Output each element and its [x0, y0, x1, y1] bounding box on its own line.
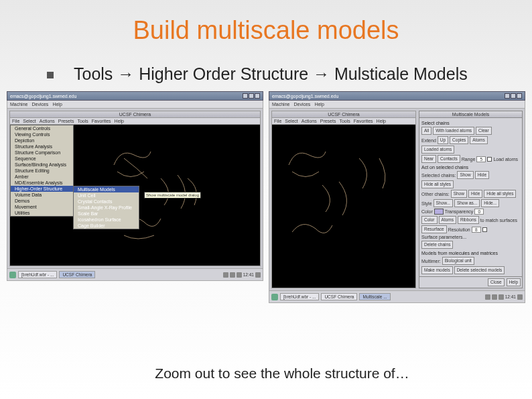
delete-chains-button[interactable]: Delete chains — [421, 241, 453, 249]
tray-icon[interactable] — [492, 294, 497, 300]
close-icon[interactable] — [255, 93, 260, 99]
tools-item[interactable]: MD/Ensemble Analysis — [11, 180, 73, 186]
vm-menu-help[interactable]: Help — [52, 102, 62, 107]
menu-help[interactable]: Help — [115, 119, 124, 123]
menu-presets[interactable]: Presets — [58, 119, 74, 123]
all-button[interactable]: All — [421, 127, 431, 135]
transparency-input[interactable]: 0 — [474, 209, 484, 215]
vm-menu-help[interactable]: Help — [314, 102, 324, 107]
color-button[interactable]: Color — [421, 216, 438, 224]
taskbar-item[interactable]: UCSF Chimera — [321, 293, 357, 300]
tray-icon[interactable] — [237, 272, 242, 278]
other-hide-button[interactable]: Hide — [468, 190, 482, 198]
submenu-item[interactable]: Small-Angle X-Ray Profile — [74, 205, 139, 211]
submenu-item[interactable]: Icosahedron Surface — [74, 217, 139, 223]
maximize-icon[interactable] — [511, 93, 516, 99]
taskbar-item[interactable]: [brehUdf.wbr - ... — [280, 293, 319, 300]
make-models-button[interactable]: Make models — [421, 266, 453, 274]
tools-item[interactable]: Demos — [11, 198, 73, 204]
close-icon[interactable] — [517, 93, 522, 99]
taskbar-item[interactable]: [brehUdf.wbr - ... — [18, 271, 57, 278]
tools-item-higher-order[interactable]: Higher-Order Structure Multiscale Models… — [11, 186, 73, 192]
ribbons-button[interactable]: Ribbons — [458, 216, 479, 224]
help-button[interactable]: Help — [507, 278, 521, 286]
tools-item[interactable]: Amber — [11, 174, 73, 180]
resurface-button[interactable]: Resurface — [421, 225, 447, 233]
menu-tools[interactable]: Tools — [77, 119, 88, 123]
menu-file[interactable]: File — [12, 119, 19, 123]
tools-item[interactable]: Depiction — [11, 137, 73, 144]
chimera-viewport[interactable] — [272, 125, 415, 288]
with-loaded-button[interactable]: With loaded atoms — [433, 127, 474, 135]
close-button[interactable]: Close — [488, 278, 505, 286]
taskbar-item[interactable]: Multiscale ... — [359, 293, 390, 300]
hide-all-styles-button[interactable]: Hide all styles — [421, 180, 454, 188]
style-show-as-button[interactable]: Show as... — [454, 199, 480, 207]
tools-item[interactable]: Utilities — [11, 210, 73, 216]
copies-button[interactable]: Copies — [450, 136, 468, 144]
menu-presets[interactable]: Presets — [320, 119, 336, 123]
other-hide-all-button[interactable]: Hide all styles — [484, 190, 516, 198]
tray-icon[interactable] — [230, 272, 235, 278]
menu-help[interactable]: Help — [377, 119, 386, 123]
menu-favorites[interactable]: Favorites — [92, 119, 111, 123]
style-hide-button[interactable]: Hide... — [481, 199, 499, 207]
tools-item[interactable]: Structure Analysis — [11, 144, 73, 150]
submenu-item[interactable]: Cage Builder — [74, 223, 139, 229]
range-input[interactable]: 5 — [476, 156, 486, 162]
load-atoms-checkbox[interactable] — [487, 157, 492, 162]
submenu-item[interactable]: Scale Bar — [74, 211, 139, 217]
vm-menu-devices[interactable]: Devices — [293, 102, 310, 107]
style-show-button[interactable]: Show... — [434, 199, 453, 207]
start-icon[interactable] — [271, 294, 278, 300]
submenu-item[interactable]: Crystal Contacts — [74, 198, 139, 205]
hide-button[interactable]: Hide — [475, 171, 489, 179]
clear-button[interactable]: Clear — [476, 127, 492, 135]
tray-icon[interactable] — [223, 272, 228, 278]
minimize-icon[interactable] — [505, 93, 510, 99]
color-swatch[interactable] — [434, 209, 444, 215]
resolution-input[interactable]: 8 — [472, 227, 481, 233]
other-show-button[interactable]: Show — [451, 190, 467, 198]
menu-favorites[interactable]: Favorites — [354, 119, 373, 123]
tools-item[interactable]: Surface/Binding Analysis — [11, 162, 73, 168]
tools-item[interactable]: Movement — [11, 204, 73, 210]
chimera-viewport[interactable]: General Controls Viewing Controls Depict… — [10, 125, 260, 266]
menu-actions[interactable]: Actions — [40, 119, 55, 123]
vm-menu-machine[interactable]: Machine — [10, 102, 27, 107]
maximize-icon[interactable] — [249, 93, 254, 99]
tools-item[interactable]: General Controls — [11, 125, 73, 131]
menu-tools[interactable]: Tools — [339, 119, 350, 123]
contacts-button[interactable]: Contacts — [438, 155, 460, 163]
vm-menu-machine[interactable]: Machine — [272, 102, 289, 107]
atoms-color-button[interactable]: Atoms — [439, 216, 456, 224]
submenu-item[interactable]: Unit Cell — [74, 192, 139, 198]
menu-select[interactable]: Select — [23, 119, 36, 123]
multimer-dropdown[interactable]: Biological unit — [442, 257, 474, 265]
tools-item[interactable]: Viewing Controls — [11, 131, 73, 137]
start-icon[interactable] — [9, 272, 16, 278]
tools-item[interactable]: Structure Editing — [11, 168, 73, 174]
menu-actions[interactable]: Actions — [302, 119, 317, 123]
tools-item[interactable]: Sequence — [11, 156, 73, 162]
menu-select[interactable]: Select — [285, 119, 297, 123]
surface-params-checkbox[interactable] — [482, 227, 487, 232]
tray-icon[interactable] — [517, 294, 523, 300]
slide-title: Build multiscale models — [0, 0, 532, 45]
atoms-button[interactable]: Atoms — [470, 136, 487, 144]
menu-file[interactable]: File — [274, 119, 281, 123]
taskbar-item[interactable]: UCSF Chimera — [59, 271, 95, 278]
show-button[interactable]: Show — [457, 171, 473, 179]
tray-icon[interactable] — [498, 294, 504, 300]
up-button[interactable]: Up — [438, 136, 448, 144]
loaded-atoms-button[interactable]: Loaded atoms — [421, 146, 454, 154]
tray-icon[interactable] — [255, 272, 261, 278]
submenu-multiscale[interactable]: Multiscale Models — [74, 186, 139, 192]
tools-item[interactable]: Volume Data — [11, 192, 73, 198]
delete-selected-models-button[interactable]: Delete selected models — [454, 266, 505, 274]
tools-item[interactable]: Structure Comparison — [11, 150, 73, 156]
tray-icon[interactable] — [485, 294, 490, 300]
vm-menu-devices[interactable]: Devices — [31, 102, 48, 107]
minimize-icon[interactable] — [243, 93, 248, 99]
near-button[interactable]: Near — [421, 155, 436, 163]
